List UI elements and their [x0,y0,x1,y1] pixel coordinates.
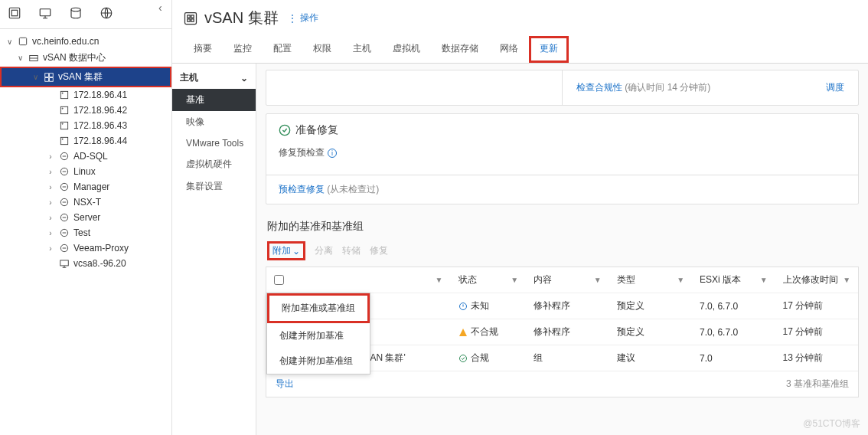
subnav-item[interactable]: 集群设置 [172,175,256,198]
tree-item[interactable]: ∨vSAN 集群 [0,67,171,87]
hosts-view-icon[interactable] [8,6,21,22]
tree-item[interactable]: ›Linux [0,164,171,179]
svg-point-34 [459,355,466,361]
tree-label: vSAN 数据中心 [43,51,106,64]
tab-bar: 摘要监控配置权限主机虚拟机数据存储网络更新 [172,36,868,64]
vms-view-icon[interactable] [38,6,52,22]
cell-content: 组 [526,345,609,371]
tree-item[interactable]: ∨vSAN 数据中心 [0,49,171,67]
tree-toggle[interactable]: › [46,229,55,237]
svg-rect-15 [60,122,67,129]
subnav-section-hosts[interactable]: 主机⌄ [172,67,256,89]
compliance-timestamp: (确认时间 14 分钟前) [625,82,710,93]
svg-rect-26 [60,260,69,266]
filter-icon[interactable]: ▼ [843,276,850,284]
tree-label: NSX-T [73,197,101,208]
precheck-remediation-link[interactable]: 预检查修复 [279,184,325,195]
tab-虚拟机[interactable]: 虚拟机 [382,36,431,63]
pool-icon [58,243,70,253]
tree-item[interactable]: ›Veeam-Proxy [0,240,171,256]
subnav-item[interactable]: VMware Tools [172,133,256,153]
detach-button: 分离 [315,244,333,257]
dropdown-item[interactable]: 创建并附加基准组 [267,348,370,374]
tree-item[interactable]: 172.18.96.44 [0,133,171,149]
pool-icon [58,182,70,192]
tree-item[interactable]: ›Server [0,210,171,225]
tree-toggle[interactable]: ∨ [5,38,14,46]
filter-icon[interactable]: ▼ [760,276,768,284]
cell-content: 修补程序 [526,319,609,345]
baselines-table: 附加基准或基准组创建并附加基准创建并附加基准组 ▼ 状态▼ 内容▼ 类型▼ ES… [266,267,859,397]
tree-toggle[interactable]: ∨ [31,73,40,81]
tree-toggle[interactable]: › [46,244,55,253]
tree-item[interactable]: ›Test [0,225,171,240]
filter-icon[interactable]: ▼ [677,276,684,284]
tree-toggle[interactable]: › [46,183,55,191]
svg-rect-10 [50,77,54,81]
filter-icon[interactable]: ▼ [511,276,518,284]
tree-item[interactable]: ∨vc.heinfo.edu.cn [0,34,171,49]
table-count: 3 基准和基准组 [786,378,849,391]
filter-icon[interactable]: ▼ [436,276,443,284]
select-all-checkbox[interactable] [274,275,284,285]
tree-label: Linux [73,166,96,177]
tree-item[interactable]: ›AD-SQL [0,149,171,164]
chevron-down-icon: ⌄ [292,246,300,257]
info-icon[interactable]: i [328,149,337,158]
storage-view-icon[interactable] [69,6,83,22]
dropdown-item[interactable]: 附加基准或基准组 [267,293,370,323]
tab-数据存储[interactable]: 数据存储 [431,36,489,63]
tree-toggle[interactable]: › [46,198,55,207]
subnav: 主机⌄ 基准映像VMware Tools虚拟机硬件集群设置 [172,64,256,435]
attach-button[interactable]: 附加 ⌄ [267,241,305,260]
svg-rect-27 [185,12,197,24]
tree-toggle[interactable]: › [46,168,55,176]
precheck-note: (从未检查过) [327,184,379,195]
collapse-handle[interactable]: ‹ [158,2,162,14]
cell-time: 17 分钟前 [775,293,858,319]
inventory-tree: ∨vc.heinfo.edu.cn∨vSAN 数据中心∨vSAN 集群172.1… [0,29,171,435]
vm-icon [58,258,70,269]
svg-rect-11 [60,91,67,98]
vcenter-icon [17,36,29,47]
tree-toggle[interactable]: › [46,152,55,161]
tree-item[interactable]: ›Manager [0,179,171,195]
subnav-item[interactable]: 基准 [172,89,256,111]
tab-网络[interactable]: 网络 [489,36,529,63]
tab-摘要[interactable]: 摘要 [183,36,223,63]
svg-rect-13 [60,106,67,113]
cell-time: 13 分钟前 [775,345,858,371]
schedule-link[interactable]: 调度 [826,81,844,94]
tree-item[interactable]: 172.18.96.41 [0,87,171,103]
svg-rect-2 [40,9,51,16]
tree-toggle[interactable]: ∨ [15,54,24,62]
tree-toggle[interactable]: › [46,214,55,222]
chevron-down-icon: ⌄ [240,73,248,83]
dropdown-item[interactable]: 创建并附加基准 [267,323,370,348]
tree-item[interactable]: 172.18.96.42 [0,103,171,118]
network-view-icon[interactable] [100,6,113,22]
svg-point-3 [71,8,80,11]
tree-label: Test [73,227,90,238]
tree-item[interactable]: 172.18.96.43 [0,118,171,133]
tab-权限[interactable]: 权限 [302,36,342,63]
svg-point-16 [62,123,63,124]
tree-label: 172.18.96.44 [73,136,127,146]
tree-item[interactable]: ›NSX-T [0,195,171,210]
svg-rect-17 [60,137,67,144]
host-icon [58,136,70,146]
cell-type: 预定义 [609,293,692,319]
tree-item[interactable]: vcsa8.-96.20 [0,256,171,271]
tab-主机[interactable]: 主机 [342,36,382,63]
filter-icon[interactable]: ▼ [594,276,602,284]
export-link[interactable]: 导出 [276,378,294,391]
attach-dropdown: 附加基准或基准组创建并附加基准创建并附加基准组 [266,293,370,374]
tab-监控[interactable]: 监控 [223,36,263,63]
check-compliance-link[interactable]: 检查合规性 [576,82,622,93]
tab-配置[interactable]: 配置 [263,36,302,63]
subnav-item[interactable]: 虚拟机硬件 [172,153,256,175]
host-icon [58,120,70,131]
subnav-item[interactable]: 映像 [172,111,256,133]
actions-menu[interactable]: ⋮ 操作 [288,11,318,25]
tab-更新[interactable]: 更新 [529,36,569,63]
